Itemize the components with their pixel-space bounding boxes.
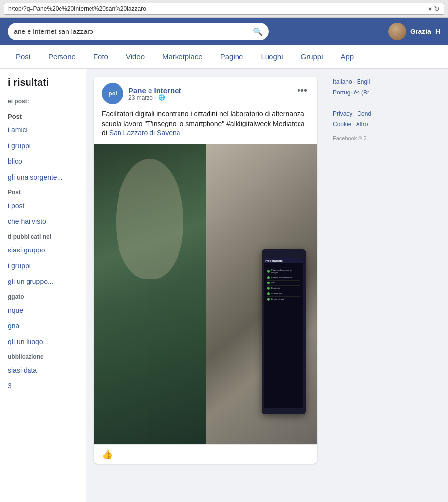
post-actions: 👍: [94, 444, 317, 464]
sidebar-item-unluogo[interactable]: gli un luogo...: [0, 334, 86, 349]
phone-screen-content: Paga con bancomat per Google Ricefica No…: [264, 265, 302, 305]
tab-pagine[interactable]: Pagine: [212, 45, 251, 69]
url-bar[interactable]: h/top/?q=Pane%20e%20Internet%20san%20laz…: [4, 3, 444, 15]
fb-copyright: Facebook © 2: [333, 134, 440, 144]
sidebar-item-siasidata[interactable]: siasi data: [0, 362, 86, 378]
phone-dot-3: [267, 287, 270, 290]
sep2: ·: [353, 121, 355, 127]
sep1: ·: [354, 110, 356, 117]
post-more-button[interactable]: •••: [295, 83, 309, 98]
phone-dot-0: [267, 270, 270, 273]
sidebar-item-ungruppo[interactable]: gli un gruppo...: [0, 274, 86, 289]
sidebar-item-amici[interactable]: i amici: [0, 122, 86, 138]
phone-row-5: Lingua e input: [267, 297, 299, 302]
phone-row-0: Paga con bancomat per Google: [267, 268, 299, 275]
tab-persone[interactable]: Persone: [40, 45, 84, 69]
phone-text-5: Lingua e input: [271, 298, 284, 300]
tab-post[interactable]: Post: [8, 45, 38, 69]
header-right: Grazia H: [388, 23, 440, 40]
reload-icon[interactable]: ↻: [434, 5, 440, 13]
user-name: Grazia: [410, 28, 431, 35]
main-layout: i risultati ei post: Post i amici i grup…: [0, 69, 448, 502]
dropdown-icon[interactable]: ▾: [428, 5, 432, 13]
post-image-right: Impostazioni Paga con bancomat per Googl…: [206, 144, 317, 444]
avatar[interactable]: [388, 23, 406, 40]
phone-row-1: Ricefica Non Disturbare: [267, 275, 299, 281]
phone-dot-5: [267, 298, 270, 301]
header-initial: H: [435, 28, 440, 35]
post-date: 23 marzo: [128, 94, 153, 101]
phone-text-1: Ricefica Non Disturbare: [271, 276, 292, 279]
post-image-left: [94, 144, 206, 444]
post-meta-info: Pane e Internet 23 marzo · 🌐: [128, 86, 181, 101]
post-card: pei Pane e Internet 23 marzo · 🌐 ••• Fac…: [94, 77, 317, 464]
reaction-icon: 👍: [102, 449, 113, 460]
tagged-label: ggato: [0, 289, 86, 302]
phone-row-3: Bluetooth: [267, 286, 299, 291]
photo-left-sim: [94, 144, 206, 444]
post-images: Impostazioni Paga con bancomat per Googl…: [94, 144, 317, 444]
right-sidebar: Italiano · Engli Português (Br Privacy ·…: [325, 69, 448, 502]
tab-marketplace[interactable]: Marketplace: [154, 45, 210, 69]
browser-bar: h/top/?q=Pane%20e%20Internet%20san%20laz…: [0, 0, 448, 18]
privacy-link[interactable]: Privacy: [333, 110, 352, 117]
phone-dot-2: [267, 282, 270, 284]
page-avatar[interactable]: pei: [102, 83, 123, 104]
fb-header: 🔍 Grazia H: [0, 18, 448, 45]
post-header: pei Pane e Internet 23 marzo · 🌐 •••: [94, 77, 317, 104]
visibility-icon: 🌐: [158, 94, 165, 101]
sidebar-item-chehaivisto[interactable]: che hai visto: [0, 214, 86, 229]
left-sidebar: i risultati ei post: Post i amici i grup…: [0, 69, 86, 502]
tab-video[interactable]: Video: [118, 45, 152, 69]
sidebar-item-gna[interactable]: gna: [0, 318, 86, 334]
tab-foto[interactable]: Foto: [86, 45, 116, 69]
language-english[interactable]: Engli: [357, 78, 370, 85]
phone-dot-4: [267, 292, 270, 295]
post-separator: ·: [155, 94, 156, 101]
post-page-name[interactable]: Pane e Internet: [128, 86, 181, 94]
sidebar-item-sorgente[interactable]: gli una sorgente...: [0, 169, 86, 185]
phone-screen: Impostazioni Paga con bancomat per Googl…: [264, 258, 302, 408]
post-section-label: Post: [0, 185, 86, 198]
published-label: ti pubblicati nel: [0, 229, 86, 242]
nav-tabs: Post Persone Foto Video Marketplace Pagi…: [0, 45, 448, 69]
language-separator: ·: [354, 78, 355, 85]
search-input[interactable]: [14, 28, 253, 35]
condizioni-link[interactable]: Cond: [357, 110, 371, 117]
tab-app[interactable]: App: [333, 45, 362, 69]
phone-text-4: Schede SIM: [271, 292, 282, 295]
sidebar-item-nque[interactable]: nque: [0, 302, 86, 318]
altro-link[interactable]: Altro: [356, 121, 368, 127]
sidebar-item-blico[interactable]: blico: [0, 154, 86, 169]
language-portuguese[interactable]: Português (Br: [333, 89, 369, 96]
sidebar-item-ipost[interactable]: i post: [0, 198, 86, 214]
search-icon[interactable]: 🔍: [253, 27, 263, 36]
phone-text-2: WiFi: [271, 282, 275, 284]
url-text: h/top/?q=Pane%20e%20Internet%20san%20laz…: [8, 5, 146, 12]
post-filter-label: ei post:: [0, 94, 86, 107]
tab-luoghi[interactable]: Luoghi: [253, 45, 291, 69]
sidebar-title: i risultati: [0, 77, 86, 94]
cookie-link[interactable]: Cookie: [333, 121, 351, 127]
sidebar-item-siasigrp[interactable]: siasi gruppo: [0, 242, 86, 258]
publication-label: ubblicazione: [0, 349, 86, 362]
sidebar-item-igruppi[interactable]: i gruppi: [0, 258, 86, 274]
right-sidebar-content: Italiano · Engli Português (Br Privacy ·…: [333, 77, 440, 144]
post-text-link[interactable]: San Lazzaro di Savena: [109, 129, 180, 137]
phone-dot-1: [267, 276, 270, 279]
phone-row-4: Schede SIM: [267, 291, 299, 297]
tab-gruppi[interactable]: Gruppi: [293, 45, 330, 69]
search-bar[interactable]: 🔍: [8, 23, 269, 40]
post-text: Facilitatori digitali incontrano i citta…: [94, 104, 317, 144]
content-area: pei Pane e Internet 23 marzo · 🌐 ••• Fac…: [86, 69, 325, 502]
filter-post-label: Post: [0, 107, 86, 122]
phone-text-0: Paga con bancomat per Google: [271, 269, 299, 274]
sidebar-item-gruppi[interactable]: i gruppi: [0, 138, 86, 154]
sidebar-item-3[interactable]: 3: [0, 378, 86, 394]
photo-right-sim: Impostazioni Paga con bancomat per Googl…: [206, 144, 317, 444]
post-header-left: pei Pane e Internet 23 marzo · 🌐: [102, 83, 181, 104]
post-meta: 23 marzo · 🌐: [128, 94, 181, 101]
language-italiano[interactable]: Italiano: [333, 78, 352, 85]
phone-row-2: WiFi: [267, 281, 299, 286]
phone-text-3: Bluetooth: [271, 287, 280, 289]
